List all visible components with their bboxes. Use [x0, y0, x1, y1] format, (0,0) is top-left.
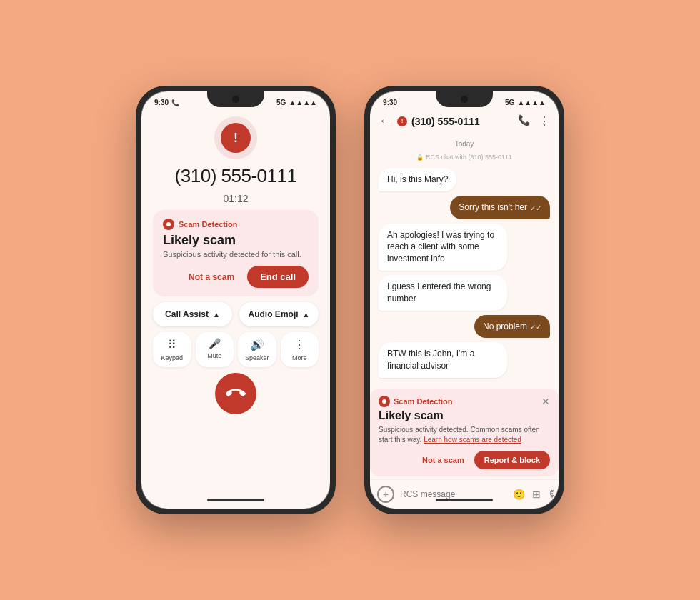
- scam-card-chat: Scam Detection ✕ Likely scam Suspicious …: [370, 389, 559, 476]
- more-label: More: [292, 354, 307, 361]
- phone-1: 9:30 📞 5G ▲▲▲▲ ! (310) 555-0111 01:12: [136, 86, 336, 514]
- message-3-text: Ah apologies! I was trying to reach a cl…: [387, 230, 494, 264]
- bottom-bar-1: [207, 499, 264, 501]
- scam-label-chat: Scam Detection: [394, 397, 453, 406]
- keypad-label: Keypad: [161, 354, 183, 361]
- phone-end-icon: [226, 384, 246, 404]
- message-5: No problem ✓✓: [474, 315, 550, 339]
- status-right-1: 5G ▲▲▲▲: [276, 99, 317, 106]
- scam-card-1: Scam Detection Likely scam Suspicious ac…: [153, 210, 319, 296]
- close-scam-card-button[interactable]: ✕: [541, 396, 550, 407]
- controls-grid: ⠿ Keypad 🎤 Mute 🔊 Speaker ⋮ More: [153, 332, 319, 367]
- not-scam-chat-button[interactable]: Not a scam: [418, 451, 469, 469]
- end-call-red-button[interactable]: [215, 373, 256, 414]
- chat-header: ← ! (310) 555-0111 📞 ⋮: [370, 109, 559, 134]
- phone-1-screen: 9:30 📞 5G ▲▲▲▲ ! (310) 555-0111 01:12: [141, 91, 330, 509]
- message-1-text: Hi, is this Mary?: [387, 174, 448, 184]
- keypad-button[interactable]: ⠿ Keypad: [153, 332, 191, 367]
- report-block-button[interactable]: Report & block: [474, 451, 550, 469]
- scam-chat-desc: Suspicious activity detected. Common sca…: [379, 425, 550, 445]
- message-input[interactable]: [400, 489, 507, 499]
- emoji-icon[interactable]: 🙂: [513, 489, 525, 500]
- message-5-text: No problem: [483, 321, 527, 333]
- learn-more-link[interactable]: Learn how scams are detected: [424, 436, 521, 444]
- mute-label: Mute: [207, 352, 221, 359]
- chat-input-icons: 🙂 ⊞ 🎙: [513, 489, 558, 500]
- time-2: 9:30: [383, 99, 397, 106]
- message-3: Ah apologies! I was trying to reach a cl…: [379, 224, 507, 271]
- message-1: Hi, is this Mary?: [379, 168, 456, 191]
- speaker-label: Speaker: [245, 354, 269, 361]
- audio-emoji-button[interactable]: Audio Emoji ▲: [239, 302, 319, 326]
- chat-header-actions: 📞 ⋮: [518, 114, 550, 128]
- call-assist-label: Call Assist: [165, 309, 209, 319]
- status-right-2: 5G ▲▲▲▲: [505, 99, 546, 106]
- chat-header-info: ! (310) 555-0111: [397, 116, 512, 127]
- chat-input-bar: + 🙂 ⊞ 🎙: [370, 479, 559, 509]
- audio-emoji-label: Audio Emoji: [249, 309, 299, 319]
- phone-camera-2: [461, 96, 468, 103]
- back-button[interactable]: ←: [379, 114, 391, 129]
- status-left-1: 9:30 📞: [154, 99, 179, 106]
- scam-dot: [163, 219, 174, 230]
- date-label: Today: [379, 140, 550, 148]
- chat-messages[interactable]: Today 🔒 RCS chat with (310) 555-0111 Hi,…: [370, 134, 559, 386]
- message-6-text: BTW this is John, I'm a financial adviso…: [387, 349, 474, 371]
- scam-icon-inner: !: [221, 123, 251, 153]
- call-icon-header[interactable]: 📞: [518, 114, 530, 128]
- message-4: I guess I entered the wrong number: [379, 275, 507, 311]
- message-4-text: I guess I entered the wrong number: [387, 281, 491, 304]
- speaker-button[interactable]: 🔊 Speaker: [238, 332, 276, 367]
- signal-1: 5G: [276, 99, 286, 106]
- scam-dot-chat: [379, 396, 390, 407]
- scam-label: Scam Detection: [179, 220, 238, 229]
- phone-2: 9:30 5G ▲▲▲▲ ← ! (310) 555-0111 📞 ⋮ Toda…: [364, 86, 564, 514]
- lock-icon: 🔒: [416, 154, 424, 161]
- mute-button[interactable]: 🎤 Mute: [196, 332, 234, 367]
- scam-card-header: Scam Detection: [163, 219, 309, 230]
- bottom-bar-2: [436, 499, 493, 501]
- scam-card-chat-left: Scam Detection: [379, 396, 453, 407]
- chevron-up-icon-2: ▲: [303, 311, 310, 319]
- not-scam-button[interactable]: Not a scam: [183, 268, 240, 286]
- call-screen: ! (310) 555-0111 01:12 Scam Detection Li…: [141, 109, 330, 509]
- assist-row: Call Assist ▲ Audio Emoji ▲: [153, 302, 319, 326]
- status-left-2: 9:30: [383, 99, 397, 106]
- rcs-text: RCS chat with (310) 555-0111: [426, 154, 512, 161]
- time-1: 9:30: [154, 99, 169, 106]
- call-duration: 01:12: [223, 193, 248, 204]
- scam-badge-header: !: [397, 116, 407, 126]
- check-mark-5: ✓✓: [530, 322, 541, 332]
- call-icon: 📞: [171, 99, 179, 106]
- check-mark-2: ✓✓: [530, 204, 541, 214]
- scam-actions: Not a scam End call: [163, 266, 309, 288]
- scam-chat-title: Likely scam: [379, 409, 550, 422]
- more-button[interactable]: ⋮ More: [281, 332, 319, 367]
- end-call-button[interactable]: End call: [247, 266, 309, 288]
- more-icon-header[interactable]: ⋮: [539, 114, 550, 128]
- scam-title: Likely scam: [163, 233, 309, 248]
- audio-icon[interactable]: 🎙: [548, 489, 558, 500]
- call-number: (310) 555-0111: [175, 165, 297, 187]
- chat-phone-number: (310) 555-0111: [411, 116, 480, 127]
- phone-2-screen: 9:30 5G ▲▲▲▲ ← ! (310) 555-0111 📞 ⋮ Toda…: [370, 91, 559, 509]
- message-2-text: Sorry this isn't her: [459, 201, 527, 214]
- speaker-icon: 🔊: [250, 338, 264, 351]
- mute-icon: 🎤: [209, 338, 221, 349]
- scam-exclamation: !: [234, 131, 238, 146]
- call-assist-button[interactable]: Call Assist ▲: [153, 302, 232, 326]
- signal-2: 5G: [505, 99, 514, 106]
- signal-bars-1: ▲▲▲▲: [289, 99, 317, 106]
- scam-icon-circle: !: [214, 116, 257, 159]
- sticker-icon[interactable]: ⊞: [532, 489, 541, 500]
- scam-card-chat-header: Scam Detection ✕: [379, 396, 550, 407]
- signal-bars-2: ▲▲▲▲: [517, 99, 546, 106]
- chevron-up-icon: ▲: [213, 311, 220, 319]
- message-2: Sorry this isn't her ✓✓: [450, 196, 550, 219]
- phone-camera: [232, 96, 239, 103]
- message-6: BTW this is John, I'm a financial adviso…: [379, 342, 507, 378]
- scam-desc: Suspicious activity detected for this ca…: [163, 250, 309, 259]
- keypad-icon: ⠿: [168, 338, 176, 351]
- add-attachment-button[interactable]: +: [377, 486, 394, 503]
- scam-chat-actions: Not a scam Report & block: [379, 451, 550, 469]
